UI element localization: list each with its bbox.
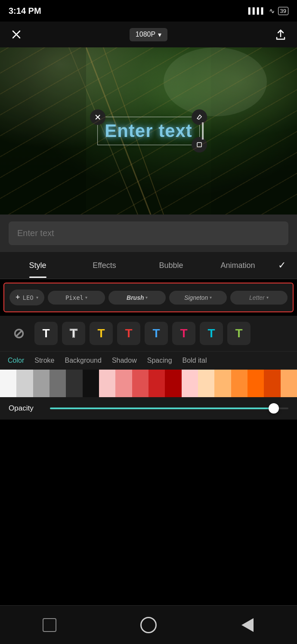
color-swatch-light-pink[interactable] — [182, 370, 198, 397]
color-swatch-orange[interactable] — [231, 370, 248, 397]
text-input-field[interactable] — [9, 221, 288, 245]
bottom-nav — [0, 605, 297, 644]
style-option-outline[interactable]: T — [62, 322, 85, 345]
text-overlay-content: Enter text — [105, 121, 192, 141]
add-font-button[interactable]: + LEO ▾ — [9, 289, 44, 305]
font-label-signeton: Signeton — [184, 294, 208, 301]
font-style-row: + LEO ▾ Pixel ▾ Brush ▾ Signeton ▾ Lette… — [3, 283, 294, 312]
color-swatch-peach[interactable] — [198, 370, 214, 397]
color-swatch-lightgray[interactable] — [16, 370, 33, 397]
color-swatch-darkgray[interactable] — [50, 370, 66, 397]
style-option-plain[interactable]: T — [34, 322, 58, 345]
svg-rect-5 — [0, 47, 86, 215]
prop-tab-shadow[interactable]: Shadow — [111, 355, 138, 366]
svg-line-2 — [86, 47, 151, 215]
font-chip-letter[interactable]: Letter ▾ — [230, 291, 288, 305]
color-swatch-pink[interactable] — [115, 370, 132, 397]
tabs-bar: Style Effects Bubble Animation ✓ — [0, 252, 297, 279]
video-background: Enter text — [0, 47, 297, 215]
signal-icon: ▌▌▌▌ — [248, 7, 266, 14]
svg-line-4 — [69, 47, 138, 215]
color-swatch-orange-light[interactable] — [214, 370, 231, 397]
style-option-yellow[interactable]: T — [90, 322, 113, 345]
handle-edit[interactable] — [192, 109, 207, 125]
color-swatch-black[interactable] — [83, 370, 99, 397]
opacity-slider[interactable] — [50, 408, 288, 409]
style-option-blue[interactable]: T — [145, 322, 168, 345]
opacity-label: Opacity — [9, 404, 43, 413]
top-toolbar: 1080P ▾ — [0, 22, 297, 47]
style-option-pink[interactable]: T — [172, 322, 195, 345]
color-swatch-white[interactable] — [0, 370, 16, 397]
prop-tab-stroke[interactable]: Stroke — [34, 355, 55, 366]
tab-effects[interactable]: Effects — [71, 253, 138, 278]
status-icons: ▌▌▌▌ ∿ 39 — [248, 7, 288, 15]
back-icon — [241, 618, 254, 632]
prop-tab-background[interactable]: Background — [64, 355, 102, 366]
svg-rect-10 — [197, 143, 201, 147]
handle-close[interactable] — [90, 109, 105, 125]
font-chip-brush[interactable]: Brush ▾ — [108, 291, 166, 305]
chevron-down-icon: ▾ — [158, 31, 161, 39]
handle-resize[interactable] — [192, 137, 207, 152]
svg-line-9 — [96, 115, 100, 119]
property-tabs: Color Stroke Background Shadow Spacing B… — [0, 351, 297, 370]
svg-line-8 — [96, 115, 100, 119]
handle-right-resize[interactable] — [202, 122, 204, 140]
video-preview: Enter text — [0, 47, 297, 215]
opacity-row: Opacity — [0, 397, 297, 420]
color-swatch-pink-light[interactable] — [99, 370, 115, 397]
chevron-down-icon: ▾ — [85, 295, 87, 300]
color-swatch-burnt-orange[interactable] — [264, 370, 280, 397]
chevron-down-icon: ▾ — [36, 295, 38, 300]
font-label-brush: Brush — [127, 294, 144, 301]
chevron-down-icon: ▾ — [210, 295, 212, 300]
font-chip-pixel[interactable]: Pixel ▾ — [48, 291, 105, 305]
style-option-none[interactable]: ⊘ — [7, 322, 30, 345]
color-swatch-orange-dark[interactable] — [248, 370, 264, 397]
chevron-down-icon: ▾ — [145, 295, 148, 300]
nav-record-button[interactable] — [138, 614, 159, 636]
stop-icon — [43, 618, 56, 632]
color-swatch-red-dark[interactable] — [165, 370, 181, 397]
svg-line-3 — [103, 47, 164, 215]
close-button[interactable] — [9, 27, 24, 42]
chevron-down-icon: ▾ — [266, 295, 269, 300]
plus-icon: + — [15, 293, 20, 302]
confirm-button[interactable]: ✓ — [271, 252, 293, 279]
prop-tab-bold-italic[interactable]: Bold ital — [182, 355, 208, 366]
text-input-area — [0, 215, 297, 252]
tab-bubble[interactable]: Bubble — [138, 253, 204, 278]
svg-point-7 — [164, 47, 267, 116]
color-swatch-darker[interactable] — [66, 370, 82, 397]
battery-icon: 39 — [278, 7, 288, 15]
font-label-pixel: Pixel — [65, 294, 84, 301]
export-button[interactable] — [273, 27, 288, 42]
font-add-label: LEO — [23, 294, 34, 301]
text-overlay-container[interactable]: Enter text — [97, 117, 200, 145]
text-style-row: ⊘ T T T T T T T T — [0, 316, 297, 351]
prop-tab-color[interactable]: Color — [7, 355, 25, 366]
resolution-button[interactable]: 1080P ▾ — [130, 28, 167, 41]
color-swatch-gray[interactable] — [33, 370, 50, 397]
style-option-green[interactable]: T — [227, 322, 251, 345]
resolution-label: 1080P — [136, 31, 155, 38]
record-icon — [140, 617, 157, 633]
tab-animation[interactable]: Animation — [204, 253, 271, 278]
tab-style[interactable]: Style — [4, 253, 71, 278]
style-option-red-outline[interactable]: T — [117, 322, 140, 345]
font-label-letter: Letter — [249, 294, 265, 301]
prop-tab-spacing[interactable]: Spacing — [146, 355, 173, 366]
nav-stop-button[interactable] — [39, 614, 60, 636]
color-palette — [0, 370, 297, 397]
color-swatch-red[interactable] — [148, 370, 165, 397]
text-overlay-box: Enter text — [97, 117, 200, 145]
color-swatch-amber[interactable] — [281, 370, 297, 397]
svg-rect-6 — [211, 47, 297, 215]
opacity-thumb[interactable] — [269, 403, 279, 414]
color-swatch-red-light[interactable] — [132, 370, 148, 397]
nav-back-button[interactable] — [237, 614, 258, 636]
font-chip-signeton[interactable]: Signeton ▾ — [169, 291, 226, 305]
status-time: 3:14 PM — [9, 6, 41, 16]
style-option-cyan[interactable]: T — [200, 322, 223, 345]
